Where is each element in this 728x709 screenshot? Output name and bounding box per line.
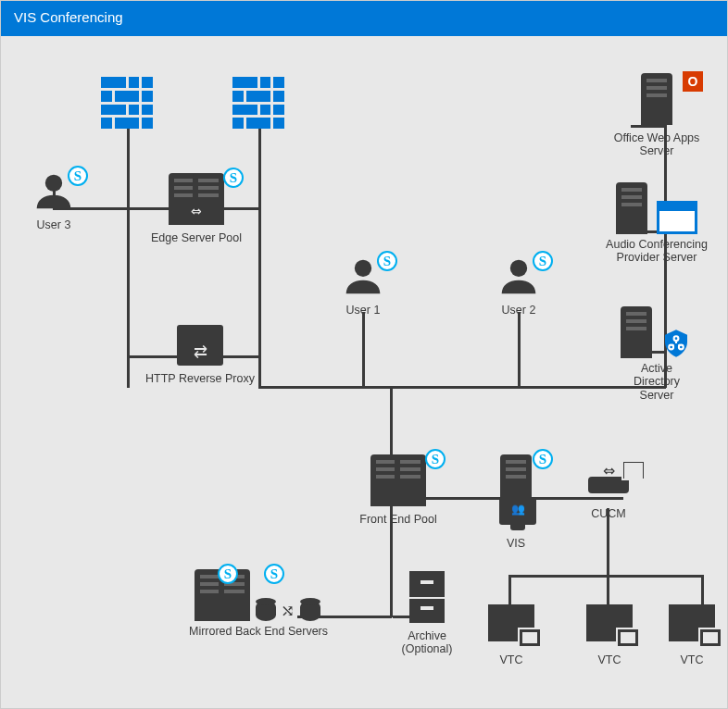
vtc-icon	[586, 604, 633, 644]
firewall-2	[232, 77, 284, 129]
cabinet-icon	[409, 571, 445, 623]
person-icon	[343, 287, 383, 300]
user-2: S User 2	[486, 256, 551, 317]
skype-icon: S	[218, 564, 238, 584]
vtc-icon	[488, 604, 534, 644]
connector	[127, 129, 130, 388]
node-label: VIS	[479, 537, 553, 550]
skype-icon: S	[377, 251, 397, 271]
node-label: Front End Pool	[347, 513, 449, 526]
node-label: Mirrored Back End Servers	[175, 625, 342, 638]
database-icon	[300, 601, 320, 621]
office-icon: O	[683, 71, 703, 92]
skype-icon: S	[264, 564, 284, 584]
vtc-2: VTC	[577, 604, 642, 666]
skype-icon: S	[533, 449, 553, 469]
mirrored-back-end-servers: ⤭ S S Mirrored Back End Servers	[175, 569, 342, 638]
skype-icon: S	[68, 166, 88, 186]
connector	[518, 312, 521, 388]
node-label: HTTP Reverse Proxy	[140, 372, 260, 385]
node-label: Edge Server Pool	[145, 231, 247, 244]
connector	[701, 575, 704, 606]
node-label: User 3	[21, 218, 86, 231]
film-clip-icon	[621, 460, 646, 480]
active-directory-server: Active Directory Server	[601, 306, 712, 402]
vtc-3: VTC	[664, 604, 720, 666]
vtc-icon	[669, 604, 715, 644]
user-1: S User 1	[331, 256, 395, 317]
user-3: S User 3	[21, 171, 86, 231]
edge-server-pool: ⇔ S Edge Server Pool	[145, 173, 247, 244]
svg-point-1	[355, 260, 371, 277]
audio-conferencing-provider-server: Audio Conferencing Provider Server	[594, 182, 720, 265]
node-label: Archive (Optional)	[390, 629, 464, 656]
node-label: Office Web Apps Server	[601, 131, 712, 158]
connector	[362, 312, 365, 388]
cucm-router: CUCM	[579, 477, 638, 520]
server-icon	[621, 306, 652, 358]
skype-icon: S	[533, 251, 553, 271]
connector	[508, 575, 703, 578]
archive: Archive (Optional)	[390, 571, 464, 656]
diagram-header: VIS Conferencing	[1, 1, 727, 36]
node-label: Audio Conferencing Provider Server	[594, 238, 720, 265]
node-label: User 2	[486, 304, 551, 317]
node-label: Active Directory Server	[601, 362, 712, 402]
http-reverse-proxy: HTTP Reverse Proxy	[140, 325, 260, 385]
vtc-1: VTC	[479, 604, 544, 666]
node-label: User 1	[331, 304, 395, 317]
front-end-pool: S Front End Pool	[347, 454, 449, 526]
proxy-server-icon	[177, 325, 223, 366]
database-icon	[256, 601, 276, 621]
arrow-icon: ⤭	[281, 602, 295, 620]
connector	[607, 575, 609, 606]
person-icon	[498, 287, 539, 300]
firewall-icon	[232, 77, 284, 129]
diagram-frame: VIS Conferencing	[0, 0, 728, 709]
office-web-apps-server: O Office Web Apps Server	[601, 73, 712, 158]
window-icon	[657, 201, 697, 234]
svg-point-2	[510, 260, 527, 277]
server-icon	[641, 73, 672, 125]
skype-icon: S	[425, 449, 446, 469]
node-label: VTC	[664, 653, 720, 666]
bidirectional-icon: ⇔	[188, 204, 205, 218]
server-icon	[500, 454, 532, 497]
node-label: VTC	[577, 653, 642, 666]
media-icon	[621, 460, 646, 483]
svg-point-0	[45, 175, 62, 192]
firewall-1	[101, 77, 153, 129]
person-icon	[33, 202, 74, 215]
diagram-canvas: S User 3 ⇔ S Edge Server Pool HTTP Rever…	[1, 36, 727, 708]
active-directory-icon	[659, 329, 693, 358]
server-icon	[616, 182, 647, 234]
connector	[508, 575, 511, 606]
vis-server: 👥 S VIS	[479, 454, 553, 550]
diagram-title: VIS Conferencing	[14, 9, 123, 25]
skype-icon: S	[223, 168, 244, 188]
node-label: CUCM	[579, 507, 638, 520]
monitor-icon: 👥	[499, 497, 536, 525]
node-label: VTC	[479, 653, 544, 666]
server-pair-icon	[370, 454, 426, 506]
firewall-icon	[101, 77, 153, 129]
